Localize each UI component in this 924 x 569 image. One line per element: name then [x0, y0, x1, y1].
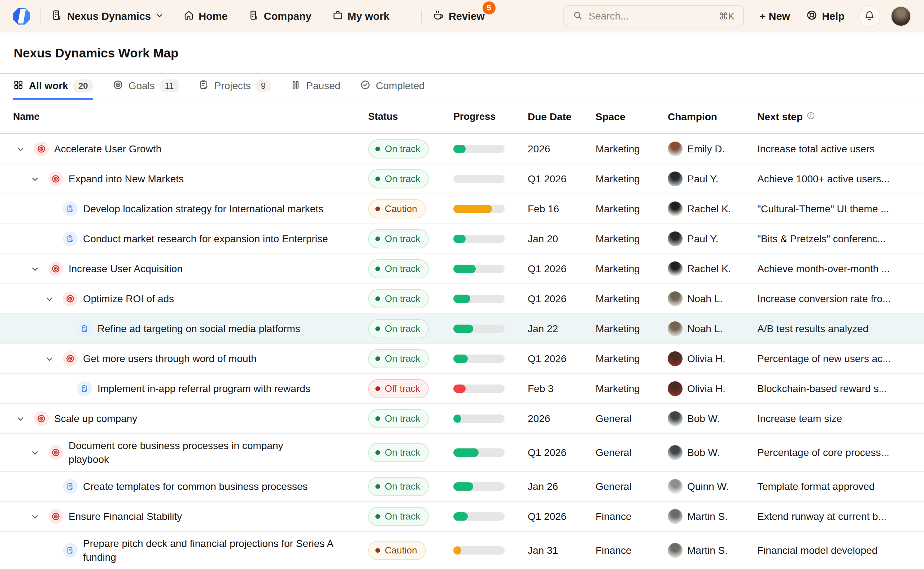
status-badge[interactable]: On track — [368, 477, 429, 496]
next-step: Achieve 1000+ active users... — [757, 173, 924, 185]
item-name: Expand into New Markets — [68, 172, 184, 186]
table-row[interactable]: Expand into New MarketsOn trackQ1 2026Ma… — [0, 164, 924, 194]
due-date: Jan 20 — [528, 233, 596, 245]
goal-icon — [34, 411, 49, 426]
space-label: General — [596, 413, 668, 424]
item-name: Get more users through word of mouth — [83, 352, 257, 366]
table-row[interactable]: Increase User AcquisitionOn trackQ1 2026… — [0, 254, 924, 284]
status-badge[interactable]: On track — [368, 139, 429, 158]
champion-cell: Martin S. — [668, 543, 757, 558]
tab-completed[interactable]: Completed — [360, 74, 424, 100]
status-badge[interactable]: On track — [368, 169, 429, 189]
progress-bar — [453, 145, 505, 153]
row-name-cell[interactable]: Optimize ROI of ads — [0, 291, 368, 306]
table-row[interactable]: Implement in-app referral program with r… — [0, 374, 924, 404]
table-row[interactable]: Prepare pitch deck and financial project… — [0, 532, 924, 569]
work-map-page: Nexus Dynamics Home Company My work Revi… — [0, 0, 924, 569]
app-logo[interactable] — [13, 8, 30, 25]
chevron-down-icon[interactable] — [45, 294, 63, 304]
row-name-cell[interactable]: Conduct market research for expansion in… — [0, 231, 368, 246]
next-step: Extend runway at current b... — [757, 511, 924, 522]
tab-paused[interactable]: Paused — [290, 74, 340, 100]
help-button[interactable]: Help — [806, 9, 845, 23]
table-row[interactable]: Optimize ROI of adsOn trackQ1 2026Market… — [0, 284, 924, 314]
status-badge[interactable]: On track — [368, 409, 429, 428]
status-badge[interactable]: Caution — [368, 541, 426, 560]
nav-home[interactable]: Home — [183, 10, 228, 23]
nav-my-work[interactable]: My work — [333, 10, 389, 23]
tab-goals[interactable]: Goals11 — [112, 74, 179, 100]
status-badge[interactable]: On track — [368, 289, 429, 308]
page-title: Nexus Dynamics Work Map — [14, 46, 178, 60]
column-header-next-step[interactable]: Next step — [757, 111, 924, 123]
table-row[interactable]: Get more users through word of mouthOn t… — [0, 344, 924, 374]
row-name-cell[interactable]: Scale up company — [0, 411, 368, 426]
column-header-due-date[interactable]: Due Date — [528, 111, 596, 123]
row-name-cell[interactable]: Refine ad targeting on social media plat… — [0, 321, 368, 336]
next-step: Financial model developed — [757, 545, 924, 556]
column-header-status[interactable]: Status — [368, 111, 453, 122]
row-name-cell[interactable]: Implement in-app referral program with r… — [0, 381, 368, 396]
user-avatar[interactable] — [891, 6, 911, 26]
row-name-cell[interactable]: Increase User Acquisition — [0, 262, 368, 276]
project-icon — [63, 201, 78, 216]
new-button[interactable]: + New — [760, 11, 790, 22]
nav-company[interactable]: Company — [249, 10, 312, 23]
chevron-down-icon[interactable] — [30, 174, 49, 184]
row-name-cell[interactable]: Ensure Financial Stability — [0, 509, 368, 524]
table-row[interactable]: Ensure Financial StabilityOn trackQ1 202… — [0, 502, 924, 532]
champion-cell: Olivia H. — [668, 351, 757, 366]
table-row[interactable]: Conduct market research for expansion in… — [0, 224, 924, 254]
workspace-switcher[interactable]: Nexus Dynamics — [51, 9, 164, 23]
status-badge[interactable]: On track — [368, 443, 429, 462]
chevron-down-icon[interactable] — [16, 414, 34, 423]
row-name-cell[interactable]: Accelerate User Growth — [0, 141, 368, 156]
column-header-space[interactable]: Space — [596, 111, 668, 123]
table-row[interactable]: Create templates for common business pro… — [0, 472, 924, 502]
row-name-cell[interactable]: Get more users through word of mouth — [0, 351, 368, 366]
status-badge[interactable]: Off track — [368, 379, 429, 398]
chevron-down-icon[interactable] — [30, 448, 49, 458]
notifications-button[interactable] — [858, 5, 881, 27]
chevron-down-icon[interactable] — [45, 354, 63, 364]
chevron-down-icon[interactable] — [30, 264, 49, 274]
row-name-cell[interactable]: Prepare pitch deck and financial project… — [0, 537, 368, 564]
row-name-cell[interactable]: Expand into New Markets — [0, 172, 368, 186]
chevron-down-icon[interactable] — [16, 145, 34, 154]
coffee-cup-icon — [433, 9, 444, 23]
avatar — [668, 201, 682, 216]
row-name-cell[interactable]: Document core business processes in comp… — [0, 439, 368, 467]
column-header-progress[interactable]: Progress — [453, 111, 528, 122]
next-step-label: Next step — [757, 111, 803, 123]
column-header-name[interactable]: Name — [0, 111, 368, 122]
status-badge[interactable]: On track — [368, 319, 429, 338]
lifebuoy-icon — [806, 9, 818, 23]
table-row[interactable]: Develop localization strategy for Intern… — [0, 194, 924, 224]
table-row[interactable]: Refine ad targeting on social media plat… — [0, 314, 924, 344]
tab-label: All work — [29, 80, 68, 92]
column-header-champion[interactable]: Champion — [668, 111, 757, 123]
tab-all-work[interactable]: All work20 — [13, 74, 93, 100]
work-items-table: Accelerate User GrowthOn track2026Market… — [0, 134, 924, 569]
status-badge[interactable]: On track — [368, 507, 429, 526]
status-badge[interactable]: On track — [368, 259, 429, 278]
table-row[interactable]: Accelerate User GrowthOn track2026Market… — [0, 134, 924, 164]
row-name-cell[interactable]: Develop localization strategy for Intern… — [0, 201, 368, 216]
table-row[interactable]: Scale up companyOn track2026GeneralBob W… — [0, 404, 924, 434]
tab-label: Projects — [214, 80, 251, 92]
status-label: On track — [385, 353, 420, 364]
avatar — [668, 291, 682, 306]
status-badge[interactable]: On track — [368, 229, 429, 248]
row-name-cell[interactable]: Create templates for common business pro… — [0, 479, 368, 494]
progress-bar — [453, 324, 505, 333]
status-badge[interactable]: On track — [368, 349, 429, 368]
search-input[interactable]: Search... ⌘K — [564, 5, 744, 27]
champion-name: Martin S. — [687, 511, 728, 522]
next-step: Increase conversion rate fro... — [757, 293, 924, 305]
item-name: Develop localization strategy for Intern… — [83, 202, 324, 216]
tab-projects[interactable]: Projects9 — [199, 74, 271, 100]
table-row[interactable]: Document core business processes in comp… — [0, 434, 924, 472]
nav-review[interactable]: Review 5 — [433, 9, 485, 23]
chevron-down-icon[interactable] — [30, 512, 49, 521]
status-badge[interactable]: Caution — [368, 199, 426, 218]
